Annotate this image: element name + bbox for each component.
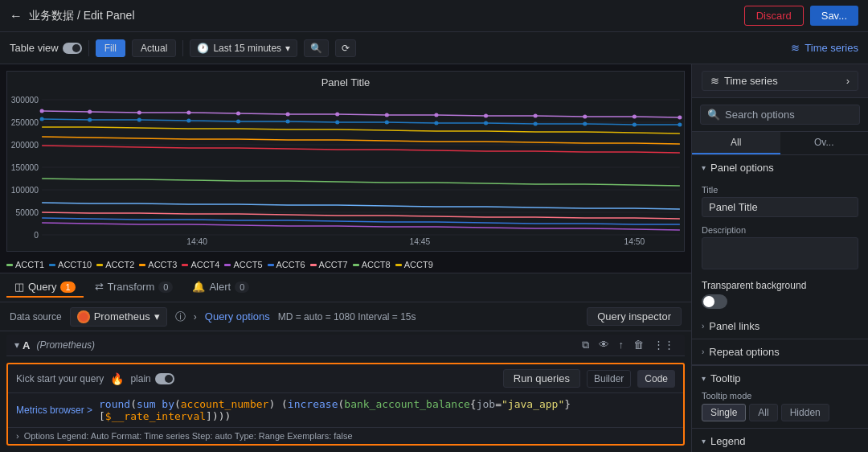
transparent-bg-toggle-row: Transparent background [702, 280, 858, 291]
refresh-button[interactable]: ⟳ [335, 39, 356, 57]
explain-switch[interactable] [155, 373, 174, 384]
svg-point-24 [385, 113, 389, 117]
legend-section: ▾ Legend Visibility [692, 429, 868, 452]
title-input[interactable] [702, 197, 858, 217]
query-tab-badge: 1 [60, 281, 75, 293]
tab-alert[interactable]: 🔔 Alert 0 [184, 277, 257, 298]
svg-text:200000: 200000 [11, 141, 39, 150]
query-options-link[interactable]: Query options [205, 310, 270, 323]
transparent-bg-switch[interactable] [702, 294, 727, 309]
chevron-down-icon: ▾ [702, 374, 706, 383]
tooltip-hidden-btn[interactable]: Hidden [781, 404, 829, 421]
kw-increase: increase [288, 398, 338, 410]
datasource-select[interactable]: Prometheus ▾ [70, 307, 167, 327]
actual-button[interactable]: Actual [132, 39, 176, 57]
save-button[interactable]: Sav... [810, 6, 858, 26]
svg-point-23 [335, 113, 339, 117]
viz-type-button[interactable]: ≋ Time series › [702, 71, 858, 91]
svg-text:14:45: 14:45 [410, 237, 431, 246]
clock-icon: 🕐 [197, 43, 209, 54]
chart-svg: 300000 250000 200000 150000 100000 50000… [7, 93, 684, 246]
svg-text:0: 0 [34, 231, 39, 240]
tab-transform[interactable]: ⇄ Transform 0 [87, 277, 182, 298]
kw-field: account_number [181, 398, 269, 410]
time-picker[interactable]: 🕐 Last 15 minutes ▾ [190, 39, 297, 57]
svg-point-26 [484, 114, 488, 118]
panel-links-row[interactable]: › Panel links [692, 314, 868, 339]
all-override-tabs: All Ov... [692, 132, 868, 155]
chart-icon: ≋ [791, 42, 800, 54]
zoom-button[interactable]: 🔍 [304, 39, 329, 57]
time-range-label: Last 15 minutes [213, 43, 281, 54]
collapse-arrow[interactable]: › [16, 431, 19, 441]
legend-item-acct4: ACCT4 [182, 260, 219, 269]
back-icon[interactable]: ← [10, 9, 23, 23]
svg-point-19 [137, 111, 141, 115]
svg-text:14:50: 14:50 [624, 237, 645, 246]
tooltip-all-btn[interactable]: All [749, 404, 777, 421]
chevron-right-icon: › [702, 322, 704, 331]
svg-point-33 [137, 118, 141, 122]
datasource-row: Data source Prometheus ▾ ⓘ › Query optio… [0, 302, 691, 331]
disable-query-icon[interactable]: 👁 [596, 338, 612, 352]
legend-label: ACCT4 [190, 260, 219, 269]
paren-open: ( [130, 398, 137, 410]
metrics-browser-link[interactable]: Metrics browser > [16, 405, 92, 416]
repeat-options-row[interactable]: › Repeat options [692, 339, 868, 365]
fill-button[interactable]: Fill [96, 39, 125, 57]
tab-all[interactable]: All [692, 132, 780, 154]
builder-button[interactable]: Builder [587, 370, 631, 388]
description-field: Description [692, 220, 868, 275]
tooltip-mode-label: Tooltip mode [702, 391, 858, 401]
alert-tab-icon: 🔔 [192, 281, 205, 293]
run-queries-button[interactable]: Run queries [503, 369, 580, 388]
kick-start-label: Kick start your query [16, 373, 104, 384]
legend-label: ACCT3 [148, 260, 177, 269]
query-a-header: ▾ A (Prometheus) ⧉ 👁 ↑ 🗑 ⋮⋮ [6, 335, 685, 356]
kw-sum: sum [137, 398, 155, 410]
transparent-bg-row: Transparent background [692, 275, 868, 314]
legend-item-acct1: ACCT1 [6, 260, 44, 269]
tooltip-section-header[interactable]: ▾ Tooltip [702, 372, 858, 384]
code-button[interactable]: Code [637, 370, 675, 388]
transform-tab-icon: ⇄ [95, 281, 104, 293]
query-a-label: A [23, 339, 30, 351]
info-icon[interactable]: ⓘ [175, 310, 186, 324]
legend-item-acct9: ACCT9 [395, 260, 433, 269]
svg-point-43 [633, 123, 637, 127]
viz-type-selector[interactable]: ≋ Time series [791, 42, 858, 54]
legend-section-header[interactable]: ▾ Legend [702, 435, 858, 447]
table-view-switch[interactable] [63, 43, 82, 54]
query-tab-label: Query [28, 281, 56, 293]
chevron-down-icon: ▾ [154, 310, 160, 323]
legend-label: ACCT2 [105, 260, 134, 269]
prometheus-label: Prometheus [94, 310, 150, 323]
panel-options-header[interactable]: ▾ Panel options [692, 155, 868, 180]
arrow-icon: › [194, 311, 197, 323]
alert-tab-label: Alert [209, 281, 231, 293]
move-up-icon[interactable]: ↑ [616, 338, 627, 352]
svg-text:100000: 100000 [11, 186, 39, 195]
transparent-bg-label: Transparent background [702, 280, 806, 291]
kw-round: round [99, 398, 130, 410]
svg-point-27 [534, 114, 538, 118]
query-inspector-button[interactable]: Query inspector [587, 307, 682, 326]
description-label: Description [702, 225, 858, 235]
description-textarea[interactable] [702, 237, 858, 269]
search-input[interactable] [725, 109, 853, 121]
more-icon[interactable]: ⋮⋮ [651, 338, 677, 352]
copy-query-icon[interactable]: ⧉ [579, 338, 592, 352]
query-meta: MD = auto = 1080 Interval = 15s [278, 311, 416, 323]
tab-query[interactable]: ◫ Query 1 [6, 277, 84, 298]
legend-label: ACCT6 [276, 260, 305, 269]
tab-overrides[interactable]: Ov... [780, 132, 869, 154]
legend-label: ACCT9 [404, 260, 433, 269]
discard-button[interactable]: Discard [744, 6, 804, 26]
svg-point-18 [88, 110, 92, 114]
legend-item-acct2: ACCT2 [96, 260, 134, 269]
transform-tab-badge: 0 [158, 281, 173, 293]
collapse-icon[interactable]: ▾ [14, 339, 19, 351]
svg-point-41 [534, 122, 538, 126]
tooltip-single-btn[interactable]: Single [702, 404, 746, 421]
delete-query-icon[interactable]: 🗑 [631, 338, 646, 352]
